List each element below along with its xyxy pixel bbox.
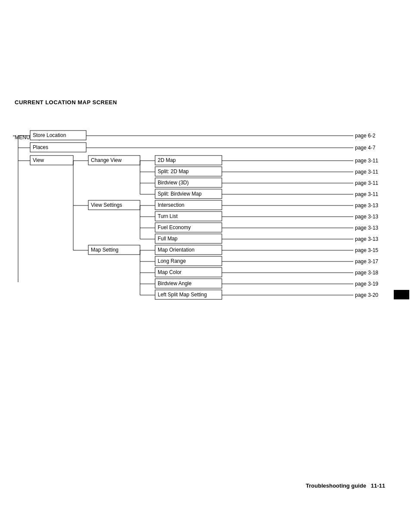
view-label: View bbox=[33, 157, 44, 163]
page-title: CURRENT LOCATION MAP SCREEN bbox=[15, 99, 117, 106]
left-split-map-label: Left Split Map Setting bbox=[158, 292, 207, 298]
footer-page: 11-11 bbox=[371, 482, 385, 489]
long-range-page: page 3-17 bbox=[355, 258, 378, 264]
turn-list-page: page 3-13 bbox=[355, 214, 378, 220]
svg-rect-58 bbox=[394, 290, 409, 299]
full-map-label: Full Map bbox=[158, 236, 177, 242]
map-color-page: page 3-18 bbox=[355, 270, 378, 276]
diagram-svg: "MENU" key Store Location page 6-2 Place… bbox=[13, 114, 409, 330]
footer-label: Troubleshooting guide bbox=[306, 482, 366, 489]
birdview-3d-label: Birdview (3D) bbox=[158, 180, 189, 186]
turn-list-label: Turn List bbox=[158, 213, 178, 219]
split-birdview-label: Split: Birdview Map bbox=[158, 191, 202, 197]
split-2d-map-page: page 3-11 bbox=[355, 169, 378, 175]
split-birdview-page: page 3-11 bbox=[355, 191, 378, 197]
places-label: Places bbox=[33, 144, 48, 150]
intersection-page: page 3-13 bbox=[355, 202, 378, 208]
birdview-3d-page: page 3-11 bbox=[355, 180, 378, 186]
store-location-page: page 6-2 bbox=[355, 133, 376, 139]
fuel-economy-label: Fuel Economy bbox=[158, 224, 191, 230]
view-settings-label: View Settings bbox=[91, 202, 122, 208]
fuel-economy-page: page 3-13 bbox=[355, 225, 378, 231]
map-orientation-label: Map Orientation bbox=[158, 247, 194, 253]
left-split-map-page: page 3-20 bbox=[355, 292, 378, 298]
places-page: page 4-7 bbox=[355, 145, 376, 151]
map-orientation-page: page 3-15 bbox=[355, 247, 378, 253]
map-setting-label: Map Setting bbox=[91, 247, 118, 253]
intersection-label: Intersection bbox=[158, 202, 184, 208]
full-map-page: page 3-13 bbox=[355, 236, 378, 242]
birdview-angle-label: Birdview Angle bbox=[158, 280, 192, 286]
split-2d-map-label: Split: 2D Map bbox=[158, 168, 189, 174]
footer: Troubleshooting guide 11-11 bbox=[306, 482, 385, 489]
2d-map-page: page 3-11 bbox=[355, 158, 378, 164]
2d-map-label: 2D Map bbox=[158, 157, 176, 163]
change-view-label: Change View bbox=[91, 157, 121, 163]
map-color-label: Map Color bbox=[158, 269, 181, 275]
birdview-angle-page: page 3-19 bbox=[355, 281, 378, 287]
long-range-label: Long Range bbox=[158, 258, 186, 264]
store-location-label: Store Location bbox=[33, 132, 66, 138]
